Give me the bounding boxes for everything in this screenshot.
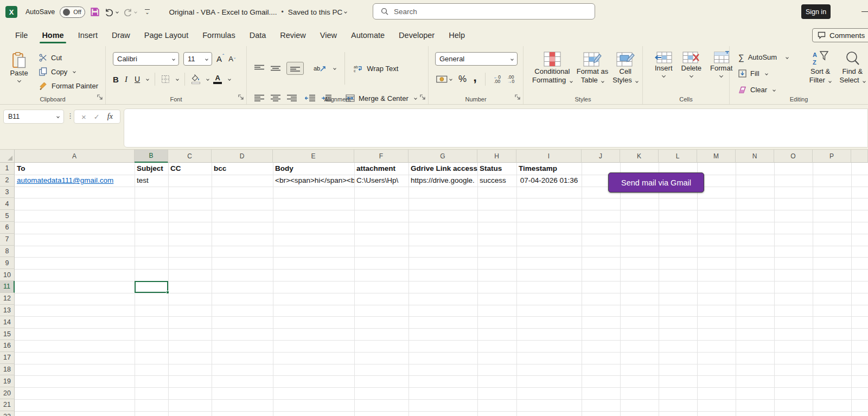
column-header-N[interactable]: N: [736, 150, 774, 163]
row-header-12[interactable]: 12: [0, 293, 15, 305]
cell-G1[interactable]: Gdrive Link access: [409, 163, 477, 175]
tab-review[interactable]: Review: [273, 24, 313, 46]
cell-B1[interactable]: Subject: [135, 163, 168, 175]
column-header-G[interactable]: G: [409, 150, 477, 163]
number-format-select[interactable]: General: [435, 52, 518, 66]
row-header-1[interactable]: 1: [0, 163, 15, 175]
conditional-formatting-button[interactable]: Conditional Formatting: [532, 51, 572, 85]
row-header-22[interactable]: 22: [0, 411, 15, 416]
row-header-13[interactable]: 13: [0, 305, 15, 317]
paste-dropdown-icon[interactable]: [17, 79, 21, 82]
column-header-K[interactable]: K: [620, 150, 659, 163]
row-header-6[interactable]: 6: [0, 222, 15, 234]
cell-H2[interactable]: success: [477, 175, 516, 187]
minimize-icon[interactable]: —: [861, 7, 868, 15]
row-header-14[interactable]: 14: [0, 316, 15, 328]
customize-qat-icon[interactable]: ⌄: [145, 9, 149, 15]
column-header-O[interactable]: O: [774, 150, 813, 163]
column-header-P[interactable]: P: [813, 150, 851, 163]
column-header-B[interactable]: B: [135, 150, 168, 163]
column-header-J[interactable]: J: [582, 150, 620, 163]
column-header-M[interactable]: M: [697, 150, 736, 163]
search-input[interactable]: [393, 7, 572, 16]
row-header-10[interactable]: 10: [0, 269, 15, 281]
formula-bar-input[interactable]: [124, 108, 868, 148]
fill-color-button[interactable]: [191, 74, 200, 84]
cell-F1[interactable]: attachment: [354, 163, 409, 175]
autosum-dropdown-icon[interactable]: [786, 56, 789, 59]
row-header-9[interactable]: 9: [0, 257, 15, 269]
accounting-format-button[interactable]: [436, 75, 452, 83]
row-header-17[interactable]: 17: [0, 352, 15, 364]
cell-I1[interactable]: Timestamp: [516, 163, 582, 175]
insert-function-icon[interactable]: fx: [107, 112, 113, 121]
row-header-8[interactable]: 8: [0, 246, 15, 258]
saved-status[interactable]: Saved to this PC: [288, 8, 347, 16]
save-icon[interactable]: [90, 7, 100, 17]
italic-button[interactable]: I: [125, 75, 130, 84]
row-header-15[interactable]: 15: [0, 328, 15, 340]
autosave-toggle[interactable]: Off: [60, 7, 85, 18]
cut-button[interactable]: Cut: [39, 50, 98, 65]
tab-formulas[interactable]: Formulas: [195, 24, 242, 46]
tab-data[interactable]: Data: [242, 24, 273, 46]
cell-I2[interactable]: 07-04-2026 01:36: [516, 175, 582, 187]
column-header-F[interactable]: F: [354, 150, 409, 163]
comma-style-button[interactable]: ,: [473, 74, 477, 80]
copy-button[interactable]: Copy: [39, 65, 98, 79]
autosum-button[interactable]: ∑ AutoSum: [738, 50, 803, 65]
fill-handle[interactable]: [166, 291, 169, 294]
font-color-dropdown-icon[interactable]: [228, 78, 231, 81]
row-header-11[interactable]: 11: [0, 281, 15, 293]
column-header-partial[interactable]: [851, 150, 868, 163]
orientation-button[interactable]: ab: [314, 65, 326, 72]
redo-dropdown-icon[interactable]: [134, 10, 137, 14]
clear-dropdown-icon[interactable]: [773, 88, 776, 92]
paste-button[interactable]: Paste: [7, 50, 31, 93]
number-dialog-launcher[interactable]: [515, 92, 520, 102]
decrease-decimal-button[interactable]: .00→0: [507, 75, 514, 84]
column-header-I[interactable]: I: [516, 150, 582, 163]
clear-button[interactable]: Clear: [738, 82, 803, 97]
redo-button[interactable]: [123, 8, 137, 16]
format-painter-button[interactable]: Format Painter: [39, 79, 98, 93]
sign-in-button[interactable]: Sign in: [801, 4, 831, 19]
font-color-button[interactable]: A: [213, 75, 222, 84]
column-header-H[interactable]: H: [477, 150, 516, 163]
cell-E1[interactable]: Body: [273, 163, 354, 175]
row-header-2[interactable]: 2: [0, 175, 15, 187]
underline-dropdown-icon[interactable]: [146, 78, 149, 81]
undo-dropdown-icon[interactable]: [116, 10, 119, 14]
send-mail-via-gmail-button[interactable]: Send mail via Gmail: [608, 172, 704, 193]
row-header-20[interactable]: 20: [0, 387, 15, 399]
wrap-text-button[interactable]: abc Wrap Text: [354, 61, 398, 75]
tab-developer[interactable]: Developer: [392, 24, 442, 46]
font-size-select[interactable]: 11: [183, 52, 212, 66]
row-header-5[interactable]: 5: [0, 210, 15, 222]
row-header-19[interactable]: 19: [0, 375, 15, 387]
row-header-7[interactable]: 7: [0, 234, 15, 246]
tab-automate[interactable]: Automate: [344, 24, 392, 46]
alignment-dialog-launcher[interactable]: [420, 92, 425, 102]
font-name-select[interactable]: Calibri: [113, 52, 179, 66]
format-as-table-button[interactable]: Format as Table: [577, 51, 609, 85]
cell-D1[interactable]: bcc: [212, 163, 273, 175]
tab-file[interactable]: File: [8, 24, 35, 46]
column-header-C[interactable]: C: [168, 150, 212, 163]
cell-C1[interactable]: CC: [168, 163, 212, 175]
decrease-font-size-button[interactable]: Aˇ: [228, 54, 235, 63]
cell-E2[interactable]: <br><span>hi</span><b: [273, 175, 354, 187]
borders-dropdown-icon[interactable]: [176, 78, 179, 81]
bold-button[interactable]: B: [113, 75, 120, 84]
middle-align-button[interactable]: [270, 65, 281, 72]
increase-font-size-button[interactable]: Aˆ: [216, 54, 224, 63]
top-align-button[interactable]: [254, 65, 265, 72]
cell-H1[interactable]: Status: [477, 163, 516, 175]
excel-logo-icon[interactable]: X: [5, 6, 17, 18]
selected-cell-outline[interactable]: [135, 281, 168, 293]
select-all-corner[interactable]: [0, 150, 15, 163]
tab-draw[interactable]: Draw: [105, 24, 137, 46]
find-select-button[interactable]: Find & Select: [837, 50, 868, 97]
font-dialog-launcher[interactable]: [238, 92, 244, 102]
row-header-21[interactable]: 21: [0, 399, 15, 411]
